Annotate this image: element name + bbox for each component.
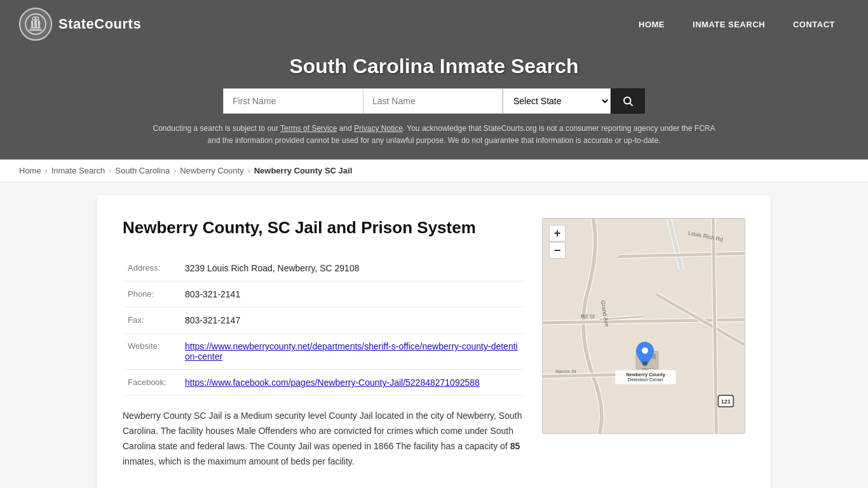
- svg-rect-4: [31, 20, 34, 27]
- address-label: Address:: [123, 255, 180, 281]
- map-container[interactable]: Louis Rich Rd Grand Ave Rd St Newberry C…: [542, 218, 745, 434]
- breadcrumb-sep-3: ›: [173, 166, 176, 175]
- last-name-input[interactable]: [363, 88, 503, 114]
- svg-point-7: [35, 18, 37, 20]
- facility-description: Newberry County SC Jail is a Medium secu…: [123, 409, 523, 469]
- site-header: StateCourts HOME INMATE SEARCH CONTACT S…: [0, 0, 868, 159]
- nav-contact[interactable]: CONTACT: [779, 13, 849, 36]
- facebook-label: Facebook:: [123, 370, 180, 396]
- svg-rect-5: [38, 20, 41, 27]
- nav-links: HOME INMATE SEARCH CONTACT: [625, 13, 849, 36]
- hero-section: South Carolina Inmate Search Select Stat…: [0, 48, 868, 159]
- svg-text:Nance St: Nance St: [555, 369, 576, 374]
- svg-rect-2: [31, 27, 41, 29]
- map-panel: Louis Rich Rd Grand Ave Rd St Newberry C…: [542, 218, 745, 469]
- svg-text:121: 121: [721, 399, 731, 405]
- website-link[interactable]: https://www.newberrycounty.net/departmen…: [185, 341, 518, 362]
- address-row: Address: 3239 Louis Rich Road, Newberry,…: [123, 255, 523, 281]
- info-table: Address: 3239 Louis Rich Road, Newberry,…: [123, 255, 523, 396]
- privacy-link[interactable]: Privacy Notice: [354, 124, 403, 133]
- logo-text: StateCourts: [58, 16, 141, 32]
- svg-rect-33: [642, 362, 648, 365]
- breadcrumb-inmate-search[interactable]: Inmate Search: [51, 166, 105, 175]
- phone-value: 803-321-2141: [180, 281, 523, 308]
- tos-link[interactable]: Terms of Service: [280, 124, 337, 133]
- description-text: Newberry County SC Jail is a Medium secu…: [123, 410, 522, 451]
- capacity-value: 85: [510, 441, 520, 451]
- breadcrumb-state[interactable]: South Carolina: [115, 166, 170, 175]
- logo-link[interactable]: StateCourts: [19, 8, 141, 41]
- search-icon: [622, 95, 634, 107]
- logo-icon: [19, 8, 52, 41]
- phone-row: Phone: 803-321-2141: [123, 281, 523, 308]
- breadcrumb-sep-1: ›: [45, 166, 48, 175]
- facebook-link[interactable]: https://www.facebook.com/pages/Newberry-…: [185, 377, 480, 388]
- map-svg: Louis Rich Rd Grand Ave Rd St Newberry C…: [543, 219, 745, 433]
- zoom-out-button[interactable]: −: [549, 242, 566, 259]
- search-button[interactable]: [611, 88, 645, 114]
- zoom-in-button[interactable]: +: [549, 225, 566, 241]
- nav-home[interactable]: HOME: [625, 13, 679, 36]
- description-end: inmates, which is the maximum amount of …: [123, 456, 355, 466]
- facebook-row: Facebook: https://www.facebook.com/pages…: [123, 370, 523, 396]
- breadcrumb-home[interactable]: Home: [19, 166, 41, 175]
- breadcrumb-sep-2: ›: [109, 166, 111, 175]
- phone-label: Phone:: [123, 281, 180, 308]
- address-value: 3239 Louis Rich Road, Newberry, SC 29108: [180, 255, 523, 281]
- svg-text:Newberry County: Newberry County: [626, 372, 665, 377]
- disclaimer-text: Conducting a search is subject to our Te…: [148, 123, 720, 147]
- facility-info: Newberry County, SC Jail and Prison Syst…: [123, 218, 523, 469]
- facility-heading: Newberry County, SC Jail and Prison Syst…: [123, 218, 523, 238]
- breadcrumb: Home › Inmate Search › South Carolina › …: [0, 159, 868, 182]
- logo-svg: [24, 13, 47, 36]
- svg-line-9: [630, 103, 632, 105]
- svg-rect-1: [29, 29, 42, 31]
- fax-label: Fax:: [123, 308, 180, 334]
- breadcrumb-county[interactable]: Newberry County: [180, 166, 243, 175]
- nav-inmate-search[interactable]: INMATE SEARCH: [679, 13, 779, 36]
- first-name-input[interactable]: [223, 88, 363, 114]
- breadcrumb-sep-4: ›: [248, 166, 250, 175]
- disclaimer-between: and: [337, 124, 354, 133]
- search-form: Select StateAlabamaAlaskaArizonaArkansas…: [13, 88, 855, 114]
- fax-row: Fax: 803-321-2147: [123, 308, 523, 334]
- svg-text:Detention Center: Detention Center: [628, 377, 664, 383]
- svg-text:Rd St: Rd St: [581, 313, 595, 320]
- map-controls: + −: [549, 225, 566, 259]
- content-card: Newberry County, SC Jail and Prison Syst…: [97, 195, 771, 488]
- top-navigation: StateCourts HOME INMATE SEARCH CONTACT: [0, 0, 868, 48]
- svg-point-8: [624, 97, 631, 104]
- main-content: Newberry County, SC Jail and Prison Syst…: [85, 195, 783, 488]
- hero-title: South Carolina Inmate Search: [13, 55, 855, 78]
- state-select[interactable]: Select StateAlabamaAlaskaArizonaArkansas…: [503, 88, 611, 114]
- breadcrumb-current: Newberry County SC Jail: [254, 166, 353, 175]
- website-label: Website:: [123, 334, 180, 370]
- fax-value: 803-321-2147: [180, 308, 523, 334]
- website-row: Website: https://www.newberrycounty.net/…: [123, 334, 523, 370]
- svg-point-32: [642, 348, 648, 354]
- disclaimer-before-tos: Conducting a search is subject to our: [153, 124, 281, 133]
